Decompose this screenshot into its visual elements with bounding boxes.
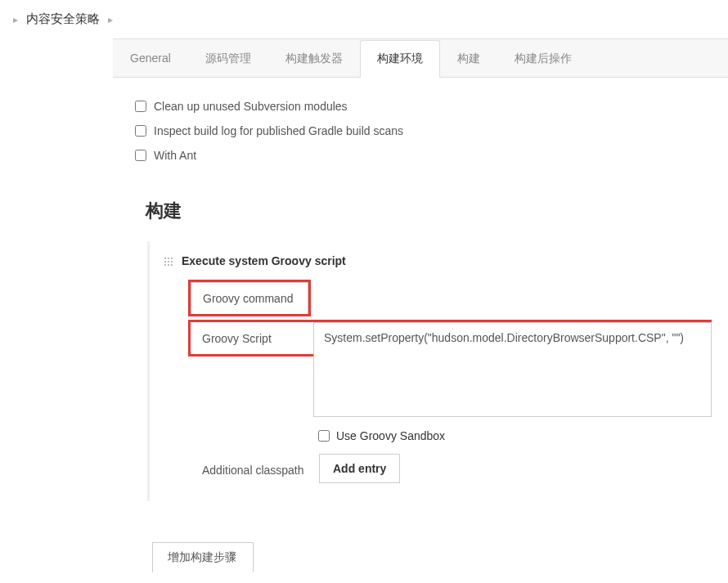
tab-trigger[interactable]: 构建触发器 <box>268 40 360 78</box>
sandbox-row[interactable]: Use Groovy Sandbox <box>191 419 712 454</box>
build-step-form: Groovy command Groovy Script System.setP… <box>158 282 712 501</box>
add-build-step-button[interactable]: 增加构建步骤 <box>152 542 254 572</box>
config-tabs: General 源码管理 构建触发器 构建环境 构建 构建后操作 <box>113 39 728 78</box>
build-step: Execute system Groovy script Groovy comm… <box>147 241 712 501</box>
add-step-row: 增加构建步骤 <box>152 542 712 574</box>
classpath-row: Additional classpath Add entry <box>191 454 712 501</box>
sandbox-checkbox[interactable] <box>318 430 330 442</box>
build-step-title: Execute system Groovy script <box>182 254 346 267</box>
breadcrumb-title[interactable]: 内容安全策略 <box>26 11 100 27</box>
chevron-right-icon: ▸ <box>108 14 113 25</box>
checkbox-with-ant-label: With Ant <box>154 149 196 162</box>
build-step-header: Execute system Groovy script <box>158 241 712 282</box>
checkbox-clean-svn[interactable]: Clean up unused Subversion modules <box>129 94 712 119</box>
groovy-command-tab[interactable]: Groovy command <box>191 282 308 314</box>
checkbox-inspect-gradle-label: Inspect build log for published Gradle b… <box>154 124 403 137</box>
tab-build-env[interactable]: 构建环境 <box>360 40 440 78</box>
breadcrumb: ▸ 内容安全策略 ▸ <box>0 0 728 38</box>
chevron-right-icon: ▸ <box>13 14 18 25</box>
checkbox-inspect-gradle-input[interactable] <box>135 125 146 137</box>
groovy-script-row: Groovy Script System.setProperty("hudson… <box>191 322 712 419</box>
tab-general[interactable]: General <box>113 40 188 78</box>
checkbox-with-ant[interactable]: With Ant <box>129 143 712 168</box>
tab-post-build[interactable]: 构建后操作 <box>497 40 589 78</box>
groovy-script-textarea[interactable]: System.setProperty("hudson.model.Directo… <box>313 322 712 417</box>
checkbox-clean-svn-input[interactable] <box>135 101 146 112</box>
checkbox-with-ant-input[interactable] <box>135 150 146 161</box>
sandbox-label: Use Groovy Sandbox <box>336 429 445 442</box>
drag-handle-icon[interactable] <box>163 256 173 267</box>
groovy-script-label: Groovy Script <box>191 322 313 355</box>
tab-content: Clean up unused Subversion modules Inspe… <box>113 78 728 574</box>
build-section-title: 构建 <box>146 199 712 223</box>
add-entry-button[interactable]: Add entry <box>319 454 400 483</box>
tab-source[interactable]: 源码管理 <box>188 40 268 78</box>
checkbox-clean-svn-label: Clean up unused Subversion modules <box>154 100 348 113</box>
groovy-command-row: Groovy command <box>191 282 712 314</box>
main-content: General 源码管理 构建触发器 构建环境 构建 构建后操作 Clean u… <box>113 38 728 574</box>
classpath-label: Additional classpath <box>191 454 313 487</box>
tab-build[interactable]: 构建 <box>440 40 497 78</box>
checkbox-inspect-gradle[interactable]: Inspect build log for published Gradle b… <box>129 119 712 143</box>
